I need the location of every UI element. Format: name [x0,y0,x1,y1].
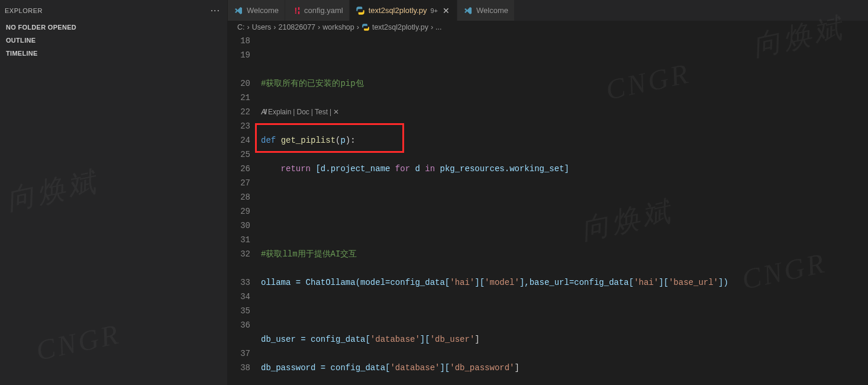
chevron-right-icon: › [357,23,359,31]
tab-label: text2sql2plotly.py [369,6,427,15]
code-content[interactable]: #获取所有的已安装的pip包 AIExplain|Doc|Test|✕ def … [261,34,868,385]
tab-bar: Welcome ! config.yaml text2sql2plotly.py… [228,0,868,21]
sidebar-section-timeline[interactable]: TIMELINE [0,47,227,60]
python-icon [356,6,365,15]
tab-label: Welcome [476,6,508,15]
line-number-gutter: 1819202122232425262728293031323334353637… [228,34,261,385]
tab-modified-indicator: 9+ [430,7,438,14]
code-editor[interactable]: 1819202122232425262728293031323334353637… [228,34,868,385]
code-comment: #获取所有的已安装的pip包 [261,79,364,88]
breadcrumb-item[interactable]: C: [237,23,245,31]
svg-rect-0 [298,7,299,10]
explorer-sidebar: EXPLORER ··· NO FOLDER OPENED OUTLINE TI… [0,0,228,385]
breadcrumb-item[interactable]: Users [252,23,272,31]
close-icon[interactable]: ✕ [441,6,451,15]
vscode-icon [234,6,243,15]
sidebar-section-outline[interactable]: OUTLINE [0,34,227,47]
sidebar-title: EXPLORER [5,7,43,14]
code-comment: #获取llm用于提供AI交互 [261,249,357,259]
yaml-icon: ! [291,6,301,15]
tab-welcome-1[interactable]: Welcome [228,0,285,21]
tab-label: config.yaml [304,6,343,15]
codelens[interactable]: AIExplain|Doc|Test|✕ [261,105,868,119]
breadcrumb-more[interactable]: ... [435,23,441,31]
tab-text2sql2plotly[interactable]: text2sql2plotly.py 9+ ✕ [350,0,457,21]
breadcrumb-file[interactable]: text2sql2plotly.py [372,23,428,31]
chevron-right-icon: › [431,23,433,31]
chevron-right-icon: › [273,23,276,31]
chevron-right-icon: › [318,23,320,31]
editor-area: Welcome ! config.yaml text2sql2plotly.py… [228,0,868,385]
breadcrumb-item[interactable]: workshop [322,23,354,31]
vscode-icon [463,6,473,15]
tab-config-yaml[interactable]: ! config.yaml [285,0,350,21]
breadcrumb[interactable]: C: › Users › 210826077 › workshop › text… [228,21,868,34]
close-icon[interactable]: ✕ [333,108,339,116]
more-actions-icon[interactable]: ··· [211,5,220,16]
svg-rect-1 [298,11,299,14]
chevron-right-icon: › [247,23,250,31]
tab-label: Welcome [247,6,279,15]
ai-icon: AI [261,108,266,116]
python-icon [362,23,370,31]
tab-welcome-2[interactable]: Welcome [457,0,515,21]
sidebar-header: EXPLORER ··· [0,0,227,21]
breadcrumb-item[interactable]: 210826077 [279,23,316,31]
sidebar-section-no-folder[interactable]: NO FOLDER OPENED [0,21,227,34]
